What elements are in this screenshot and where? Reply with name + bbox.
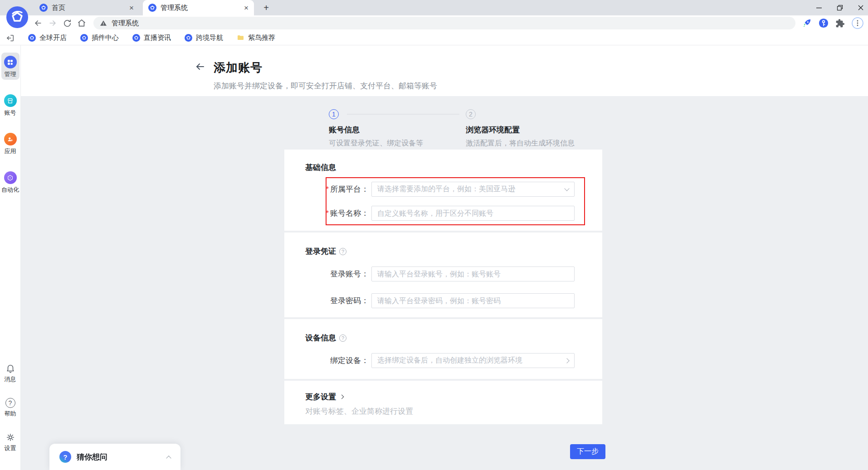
back-arrow-button[interactable] — [195, 61, 205, 91]
close-window-button[interactable] — [857, 4, 864, 11]
form-cards: 基础信息 *所属平台： 请选择需要添加的平台，例如：美国亚马逊 *账号名称： — [284, 150, 602, 426]
more-settings-card: 更多设置 对账号标签、企业简称进行设置 — [284, 381, 602, 424]
minimize-button[interactable] — [815, 4, 823, 11]
login-account-field-row: 登录账号： — [305, 266, 581, 281]
login-password-field-row: 登录密码： — [305, 293, 581, 308]
apps-people-icon — [4, 133, 17, 145]
tab-close-icon[interactable]: × — [129, 4, 134, 12]
browser-logo — [6, 6, 28, 28]
address-bar[interactable]: 管理系统 — [93, 17, 795, 29]
more-settings-toggle[interactable]: 更多设置 — [305, 392, 581, 402]
more-settings-desc: 对账号标签、企业简称进行设置 — [305, 406, 581, 417]
forward-button[interactable] — [45, 17, 60, 29]
field-label: *所属平台： — [305, 184, 369, 194]
tab-favicon-icon — [39, 4, 48, 12]
tab-favicon-icon — [148, 4, 156, 12]
assistant-panel[interactable]: ? 猜你想问 — [49, 444, 180, 470]
tab-admin-system[interactable]: 管理系统 × — [143, 0, 254, 15]
main-area: 添加账号 添加账号并绑定设备，即可安全打开店铺、支付平台、邮箱等账号 1 账号信… — [21, 45, 868, 470]
automation-rpa-icon — [4, 171, 17, 184]
browser-menu-icon[interactable] — [852, 17, 863, 29]
bell-icon — [5, 363, 15, 373]
folder-icon — [237, 34, 244, 42]
field-label: *账号名称： — [305, 208, 369, 218]
step-desc: 激活配置后，将自动生成环境信息 — [466, 139, 575, 148]
sidebar-item-settings[interactable]: 设置 — [1, 429, 20, 454]
field-label: 登录密码： — [305, 296, 369, 306]
sidebar-item-manage[interactable]: 管理 — [1, 53, 20, 80]
home-button[interactable] — [74, 17, 89, 29]
device-info-card: 设备信息 ? 绑定设备： 选择绑定设备后，自动创建独立的浏览器环境 — [284, 319, 602, 379]
chevron-right-icon — [564, 358, 569, 363]
tab-home[interactable]: 首页 × — [34, 0, 139, 15]
sidebar-item-account[interactable]: 账号 — [1, 91, 20, 118]
form-scroll-area: 1 账号信息 可设置登录凭证、绑定设备等 2 浏览器环境配置 激活配置后，将自动… — [21, 96, 868, 470]
step-number: 2 — [466, 109, 476, 119]
required-marker: * — [326, 209, 329, 218]
ziniao-logo-icon — [6, 6, 28, 28]
account-store-icon — [4, 94, 17, 107]
section-help-icon[interactable]: ? — [339, 248, 346, 255]
login-password-input[interactable] — [371, 293, 575, 308]
manage-grid-icon — [4, 56, 17, 68]
assistant-question-icon: ? — [59, 451, 71, 463]
bookmark-label: 直播资讯 — [144, 34, 171, 42]
chevron-right-icon — [340, 395, 344, 399]
chevron-up-icon[interactable] — [166, 455, 171, 460]
tab-close-icon[interactable]: × — [244, 4, 249, 12]
section-title: 登录凭证 — [305, 246, 336, 257]
sidebar-item-messages[interactable]: 消息 — [1, 360, 20, 385]
section-help-icon[interactable]: ? — [339, 334, 346, 342]
bookmark-crossborder-nav[interactable]: 跨境导航 — [181, 34, 227, 42]
login-account-input[interactable] — [371, 266, 575, 281]
page-title: 添加账号 — [214, 60, 437, 76]
section-title: 基础信息 — [305, 162, 336, 173]
bind-device-picker[interactable]: 选择绑定设备后，自动创建独立的浏览器环境 — [371, 353, 575, 368]
new-tab-button[interactable]: + — [260, 2, 272, 14]
basic-info-card: 基础信息 *所属平台： 请选择需要添加的平台，例如：美国亚马逊 *账号名称： — [284, 150, 602, 231]
bookmark-live-news[interactable]: 直播资讯 — [129, 34, 175, 42]
platform-select[interactable]: 请选择需要添加的平台，例如：美国亚马逊 — [371, 182, 575, 197]
password-key-extension-icon[interactable] — [819, 18, 829, 28]
chevron-down-icon — [564, 186, 569, 191]
bind-device-field-row: 绑定设备： 选择绑定设备后，自动创建独立的浏览器环境 — [305, 353, 581, 368]
not-secure-warning-icon — [100, 19, 107, 27]
restore-button[interactable] — [836, 4, 844, 11]
side-panel-icon[interactable] — [5, 33, 15, 43]
step-label: 浏览器环境配置 — [466, 125, 575, 135]
back-button[interactable] — [31, 17, 45, 29]
tab-title: 首页 — [52, 4, 125, 12]
browser-toolbar: 管理系统 — [0, 15, 868, 31]
bookmark-plugin-center[interactable]: 插件中心 — [77, 34, 122, 42]
toolbar-extensions — [802, 17, 868, 29]
bookmark-label: 紫鸟推荐 — [248, 34, 275, 42]
step-number: 1 — [329, 109, 339, 119]
bookmark-folder-ziniao[interactable]: 紫鸟推荐 — [233, 34, 279, 42]
login-credentials-card: 登录凭证 ? 登录账号： 登录密码： — [284, 233, 602, 317]
bookmark-favicon-icon — [80, 34, 88, 42]
bookmark-favicon-icon — [185, 34, 192, 42]
step-browser-env: 2 浏览器环境配置 激活配置后，将自动生成环境信息 — [466, 109, 575, 148]
bookmark-label: 跨境导航 — [196, 34, 223, 42]
select-placeholder: 请选择需要添加的平台，例如：美国亚马逊 — [377, 184, 515, 194]
sidebar-item-help[interactable]: ? 帮助 — [1, 395, 20, 419]
page-subtitle: 添加账号并绑定设备，即可安全打开店铺、支付平台、邮箱等账号 — [214, 81, 437, 91]
tab-title: 管理系统 — [161, 4, 240, 12]
gear-icon — [5, 432, 15, 442]
bookmark-global-store[interactable]: 全球开店 — [24, 34, 70, 42]
step-desc: 可设置登录凭证、绑定设备等 — [329, 139, 423, 148]
step-account-info: 1 账号信息 可设置登录凭证、绑定设备等 — [329, 109, 423, 148]
sidebar-item-automation[interactable]: 自动化 — [1, 168, 20, 195]
bookmark-label: 插件中心 — [92, 34, 119, 42]
sidebar-item-label: 应用 — [5, 148, 16, 154]
next-step-button[interactable]: 下一步 — [570, 444, 605, 459]
help-icon: ? — [5, 398, 15, 408]
extensions-puzzle-icon[interactable] — [835, 19, 845, 28]
address-text: 管理系统 — [112, 19, 139, 28]
account-name-input[interactable] — [371, 206, 575, 221]
rocket-extension-icon[interactable] — [802, 18, 812, 28]
refresh-button[interactable] — [60, 17, 74, 29]
sidebar-item-apps[interactable]: 应用 — [1, 130, 20, 157]
steps-indicator: 1 账号信息 可设置登录凭证、绑定设备等 2 浏览器环境配置 激活配置后，将自动… — [329, 109, 610, 144]
sidebar-item-label: 设置 — [5, 445, 16, 451]
